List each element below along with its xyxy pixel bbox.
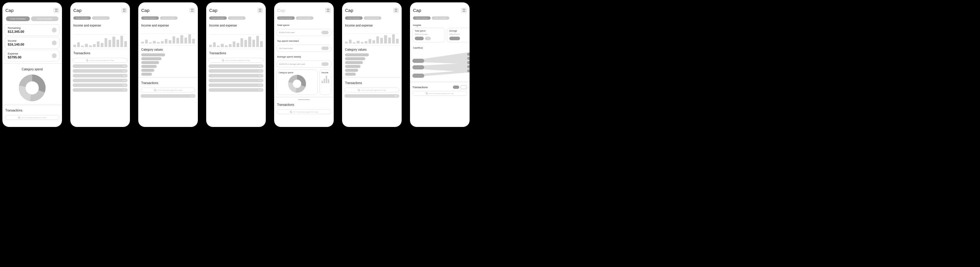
- tab-row: 14 days till liquidation 14 days till li…: [342, 14, 402, 21]
- tab-b[interactable]: 14 days till liquidation: [296, 16, 313, 20]
- bar-chart[interactable]: [70, 28, 130, 49]
- tab-b[interactable]: 14 days till liquidation: [432, 16, 449, 20]
- tab-b[interactable]: 14 days till liquidation: [31, 16, 59, 21]
- menu-icon[interactable]: [54, 8, 59, 13]
- transaction-row[interactable]: [73, 64, 127, 68]
- bar-chart[interactable]: [138, 28, 198, 46]
- toggle-pill-off[interactable]: [460, 85, 467, 89]
- summary-card-expense[interactable]: Expense $3795.00: [5, 50, 60, 61]
- transaction-row[interactable]: [208, 64, 263, 68]
- tab-a[interactable]: 14 days till liquidation: [6, 16, 30, 21]
- panel-income[interactable]: Income: [320, 70, 331, 95]
- summary-card-remaining[interactable]: Remaining $12,345.00: [5, 24, 60, 36]
- category-bar[interactable]: [141, 65, 157, 68]
- menu-icon[interactable]: [258, 8, 263, 13]
- category-bar[interactable]: [345, 65, 361, 68]
- insight-row-merchant[interactable]: Aldi Supermarket: [277, 45, 331, 52]
- transactions-title: Transactions: [206, 49, 266, 56]
- sankey-chart[interactable]: [412, 52, 469, 79]
- tab-a[interactable]: 14 days till liquidation: [413, 16, 431, 20]
- category-bar[interactable]: [141, 57, 162, 60]
- chart-title: Income and expense: [342, 21, 402, 28]
- insight-chip[interactable]: [415, 37, 424, 40]
- tab-a[interactable]: 14 days till liquidation: [141, 16, 159, 20]
- transaction-row[interactable]: [73, 79, 127, 82]
- row-action-chip[interactable]: [321, 46, 329, 50]
- category-bar[interactable]: [141, 61, 159, 64]
- bar-chart[interactable]: [206, 28, 266, 49]
- search-placeholder: refine from prefs going suggested from t…: [21, 117, 46, 118]
- tab-row: 14 days till liquidation 14 days till li…: [70, 14, 130, 21]
- insight-chip[interactable]: [425, 37, 431, 40]
- transaction-row[interactable]: [344, 94, 399, 98]
- tab-a[interactable]: 14 days till liquidation: [345, 16, 363, 20]
- sankey-source: [412, 74, 424, 78]
- panel-category-spend[interactable]: Category spend: [277, 70, 318, 95]
- app-title: Cap: [413, 8, 421, 13]
- category-bar[interactable]: [141, 73, 152, 76]
- search-input[interactable]: refine from prefs going suggested from t…: [141, 87, 196, 92]
- menu-icon[interactable]: [461, 8, 467, 13]
- card-indicator-icon: [52, 53, 57, 58]
- transaction-row[interactable]: [141, 94, 196, 98]
- transaction-row[interactable]: [208, 69, 263, 73]
- tab-b[interactable]: 14 days till liquidation: [228, 16, 245, 20]
- menu-icon[interactable]: [189, 8, 195, 13]
- tab-a[interactable]: 14 days till liquidation: [277, 16, 295, 20]
- transactions-title: Transactions: [342, 79, 402, 86]
- insight-row-average[interactable]: $1220.00 on average each week: [277, 60, 331, 68]
- transaction-row[interactable]: [208, 83, 263, 87]
- header: Cap: [274, 2, 334, 14]
- search-input[interactable]: refine from prefs going suggested from t…: [344, 87, 399, 92]
- transaction-row[interactable]: [73, 83, 127, 87]
- search-input[interactable]: refine from prefs going suggested from t…: [208, 58, 263, 63]
- donut-chart[interactable]: [19, 75, 46, 101]
- summary-card-income[interactable]: Income $16,140.00: [5, 37, 60, 49]
- tab-b[interactable]: 14 days till liquidation: [92, 16, 110, 20]
- screen-categories-alt: Cap 14 days till liquidation 14 days til…: [342, 2, 402, 127]
- tab-b[interactable]: 14 days till liquidation: [364, 16, 382, 20]
- search-input[interactable]: refine from prefs going suggested from t…: [412, 91, 467, 95]
- transaction-row[interactable]: [73, 88, 127, 92]
- screen-categories: Cap 14 days till liquidation 14 days til…: [138, 2, 198, 127]
- toggle-pill-on[interactable]: [453, 86, 459, 89]
- menu-icon[interactable]: [393, 8, 399, 13]
- tab-a[interactable]: 14 days till liquidation: [73, 16, 91, 20]
- sheet-handle[interactable]: [298, 99, 310, 100]
- transaction-row[interactable]: [73, 74, 127, 78]
- transaction-row[interactable]: [208, 74, 263, 78]
- transaction-row[interactable]: [208, 88, 263, 92]
- insight-cards[interactable]: Total spend $1100.24 this week Average $…: [410, 28, 469, 42]
- category-bar[interactable]: [141, 69, 154, 72]
- search-input[interactable]: refine from prefs going suggested from t…: [277, 110, 331, 114]
- insight-chip[interactable]: [449, 37, 460, 40]
- row-action-chip[interactable]: [321, 31, 329, 34]
- category-bar[interactable]: [345, 57, 365, 60]
- category-bar[interactable]: [345, 61, 363, 64]
- insight-card-average[interactable]: Average $1200.44 this w: [447, 28, 469, 42]
- cashflow-title: Cashflow: [410, 44, 469, 50]
- menu-icon[interactable]: [122, 8, 127, 13]
- screen-insights-list: Cap 14 days till liquidation 14 days til…: [274, 2, 334, 127]
- menu-icon[interactable]: [325, 8, 331, 13]
- panel-title: Income: [321, 72, 329, 74]
- search-input[interactable]: refine from prefs going suggested from t…: [5, 115, 60, 120]
- category-bar[interactable]: [345, 73, 356, 76]
- category-bar[interactable]: [345, 69, 358, 72]
- row-action-chip[interactable]: [321, 62, 329, 66]
- category-values-title: Category values: [138, 46, 198, 52]
- tab-a[interactable]: 14 days till liquidation: [209, 16, 227, 20]
- insight-row-total[interactable]: $1100.24 this week: [277, 29, 331, 36]
- search-placeholder: refine from prefs going suggested from t…: [157, 89, 182, 91]
- donut-chart: [288, 75, 306, 93]
- category-bar[interactable]: [345, 53, 369, 56]
- search-input[interactable]: refine from prefs going suggested from t…: [73, 58, 127, 63]
- tab-b[interactable]: 14 days till liquidation: [160, 16, 178, 20]
- bar-chart[interactable]: [342, 28, 402, 46]
- header: Cap: [206, 2, 266, 14]
- card-value: $3795.00: [8, 56, 21, 59]
- transaction-row[interactable]: [73, 69, 127, 73]
- category-bar[interactable]: [141, 53, 165, 56]
- insight-card-total[interactable]: Total spend $1100.24 this week: [412, 28, 445, 42]
- transaction-row[interactable]: [208, 79, 263, 82]
